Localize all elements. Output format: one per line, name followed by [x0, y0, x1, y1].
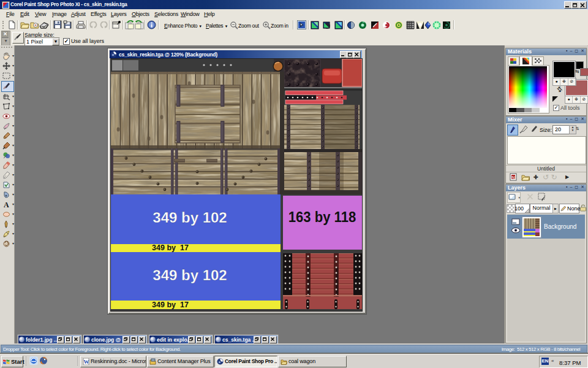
svg-text:A: A	[4, 201, 9, 209]
svg-text:N: N	[511, 175, 514, 180]
svg-text:W: W	[84, 359, 89, 365]
svg-text:163 by 118: 163 by 118	[288, 209, 356, 225]
svg-text:349 by 17: 349 by 17	[152, 301, 189, 309]
svg-text:349 by 17: 349 by 17	[152, 243, 189, 252]
svg-text:349 by 102: 349 by 102	[153, 209, 227, 226]
svg-text:349 by 102: 349 by 102	[153, 267, 227, 283]
